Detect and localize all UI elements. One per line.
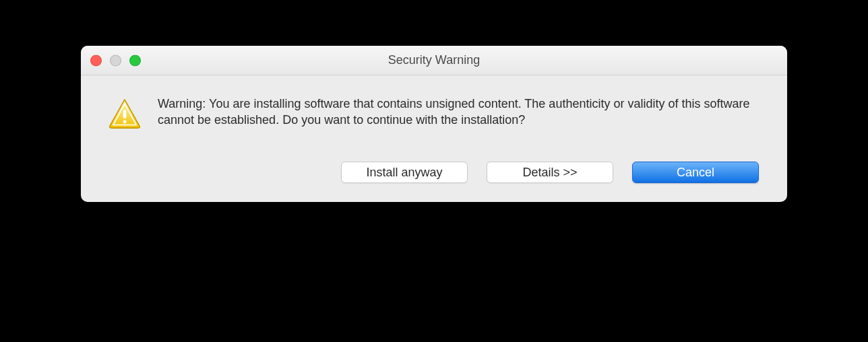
dialog-title: Security Warning [388,53,480,67]
maximize-window-button[interactable] [129,55,141,66]
warning-icon [108,97,142,131]
svg-point-1 [123,120,127,123]
dialog-content: Warning: You are installing software tha… [81,75,787,202]
details-button[interactable]: Details >> [487,162,613,183]
warning-message: Warning: You are installing software tha… [158,96,760,129]
window-controls [90,55,141,66]
svg-rect-0 [123,110,127,118]
install-anyway-button[interactable]: Install anyway [341,162,468,183]
titlebar: Security Warning [81,46,787,75]
cancel-button[interactable]: Cancel [632,162,759,183]
button-row: Install anyway Details >> Cancel [108,162,760,183]
message-row: Warning: You are installing software tha… [108,96,760,131]
minimize-window-button [110,55,121,66]
security-warning-dialog: Security Warning Warning: You [81,46,787,202]
close-window-button[interactable] [90,55,102,66]
